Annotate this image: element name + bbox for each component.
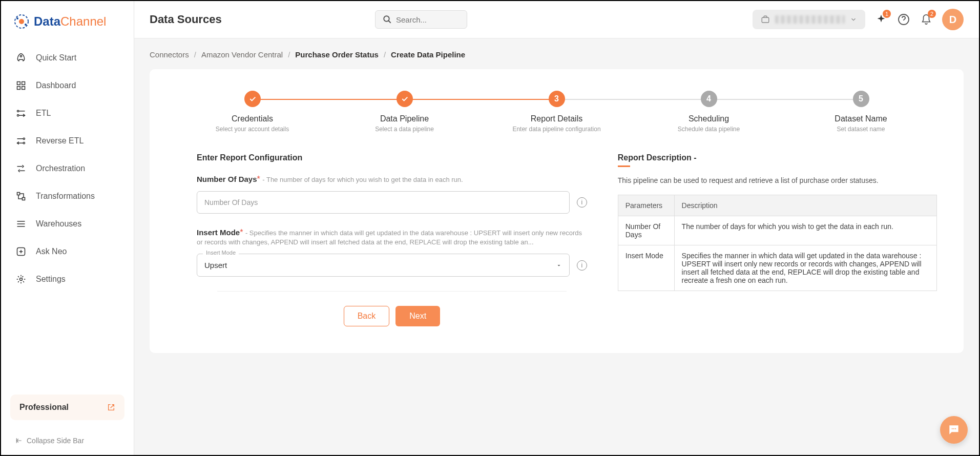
number-of-days-input[interactable] xyxy=(197,191,570,214)
collapse-label: Collapse Side Bar xyxy=(27,437,84,445)
logo-icon xyxy=(13,13,30,30)
svg-point-10 xyxy=(17,115,19,116)
step-circle: 4 xyxy=(701,91,717,107)
desc-title: Report Description - xyxy=(618,153,937,162)
help-icon xyxy=(898,13,910,26)
desc-underline xyxy=(618,165,630,167)
breadcrumb-item[interactable]: Purchase Order Status xyxy=(295,50,379,59)
svg-point-9 xyxy=(17,110,19,112)
badge: 1 xyxy=(883,10,891,18)
avatar[interactable]: D xyxy=(942,9,964,30)
etl-icon xyxy=(15,108,27,119)
breadcrumb-item[interactable]: Amazon Vendor Central xyxy=(201,50,283,59)
field-insert-mode: Insert Mode* - Specifies the manner in w… xyxy=(197,228,587,277)
sidebar-item-ask-neo[interactable]: Ask Neo xyxy=(1,238,134,265)
external-link-icon xyxy=(107,403,115,411)
select-value: Upsert xyxy=(204,261,227,270)
breadcrumb-sep: / xyxy=(384,50,386,59)
desc-text: This pipeline can be used to request and… xyxy=(618,176,937,184)
table-row: Number Of Days The number of days for wh… xyxy=(618,216,936,245)
reverse-etl-icon xyxy=(15,135,27,147)
sidebar-item-label: Orchestration xyxy=(36,164,85,173)
svg-point-1 xyxy=(19,19,24,24)
table-row: Insert Mode Specifies the manner in whic… xyxy=(618,245,936,291)
gear-icon xyxy=(15,274,27,285)
chat-fab[interactable] xyxy=(940,416,968,444)
briefcase-icon xyxy=(761,15,770,24)
rocket-icon xyxy=(15,52,27,64)
svg-point-20 xyxy=(952,428,953,429)
field-label: Insert Mode xyxy=(197,228,240,237)
table-header: Parameters xyxy=(618,195,674,216)
svg-rect-6 xyxy=(22,82,25,85)
sidebar-item-label: ETL xyxy=(36,109,51,118)
transformations-icon xyxy=(15,191,27,202)
sidebar-item-label: Settings xyxy=(36,275,66,284)
breadcrumb-item-current: Create Data Pipeline xyxy=(391,50,465,59)
sidebar-item-reverse-etl[interactable]: Reverse ETL xyxy=(1,127,134,155)
info-icon[interactable]: i xyxy=(577,197,587,208)
step-sub: Select your account details xyxy=(216,126,289,133)
section-title: Enter Report Configuration xyxy=(197,153,587,162)
sidebar-item-transformations[interactable]: Transformations xyxy=(1,182,134,210)
logo: DataChannel xyxy=(1,13,134,44)
sidebar-item-warehouses[interactable]: Warehouses xyxy=(1,210,134,238)
divider xyxy=(217,291,567,292)
step-circle xyxy=(244,91,261,107)
notifications-button[interactable]: 2 xyxy=(920,13,933,26)
step-report-details: 3 Report Details Enter data pipeline con… xyxy=(481,91,633,133)
svg-point-22 xyxy=(955,428,956,429)
help-button[interactable] xyxy=(897,13,910,26)
step-sub: Schedule data pipeline xyxy=(678,126,740,133)
chevron-down-icon xyxy=(850,16,857,23)
step-title: Credentials xyxy=(232,114,273,123)
field-help: - The number of days for which you wish … xyxy=(262,176,463,183)
ask-neo-icon xyxy=(15,246,27,257)
chevron-down-icon xyxy=(556,262,562,268)
sidebar-item-settings[interactable]: Settings xyxy=(1,265,134,293)
sidebar-item-etl[interactable]: ETL xyxy=(1,99,134,127)
sidebar-item-label: Quick Start xyxy=(36,53,76,63)
plan-box[interactable]: Professional xyxy=(10,395,124,420)
step-scheduling: 4 Scheduling Schedule data pipeline xyxy=(633,91,785,133)
sidebar-item-quick-start[interactable]: Quick Start xyxy=(1,44,134,72)
step-credentials: Credentials Select your account details xyxy=(176,91,328,133)
step-circle: 3 xyxy=(549,91,565,107)
svg-rect-14 xyxy=(23,198,25,200)
logo-word-data: Data xyxy=(34,14,60,28)
workspace-name-blurred xyxy=(775,15,845,24)
search-box[interactable] xyxy=(375,10,467,29)
plan-label: Professional xyxy=(19,403,69,412)
collapse-sidebar[interactable]: Collapse Side Bar xyxy=(1,428,134,455)
sidebar-item-label: Reverse ETL xyxy=(36,136,84,146)
sidebar-item-label: Warehouses xyxy=(36,219,81,229)
svg-rect-7 xyxy=(17,87,20,90)
required-mark: * xyxy=(257,175,260,183)
table-cell: Number Of Days xyxy=(618,216,674,245)
warehouse-icon xyxy=(15,218,27,230)
sidebar-item-orchestration[interactable]: Orchestration xyxy=(1,155,134,182)
step-dataset-name: 5 Dataset Name Set dataset name xyxy=(785,91,937,133)
field-number-of-days: Number Of Days* - The number of days for… xyxy=(197,175,587,214)
logo-word-channel: Channel xyxy=(60,14,106,28)
sidebar-item-dashboard[interactable]: Dashboard xyxy=(1,72,134,99)
svg-point-12 xyxy=(23,142,25,144)
svg-point-11 xyxy=(23,138,25,139)
back-button[interactable]: Back xyxy=(344,306,390,326)
breadcrumb-item[interactable]: Connectors xyxy=(150,50,189,59)
insert-mode-select[interactable]: Upsert xyxy=(197,254,570,277)
workspace-selector[interactable] xyxy=(753,10,865,29)
step-sub: Select a data pipeline xyxy=(375,126,434,133)
table-cell: The number of days for which you wish to… xyxy=(674,216,936,245)
svg-rect-13 xyxy=(17,193,20,195)
next-button[interactable]: Next xyxy=(395,306,440,326)
svg-point-21 xyxy=(953,428,954,429)
sidebar-item-label: Ask Neo xyxy=(36,247,67,256)
info-icon[interactable]: i xyxy=(577,260,587,271)
collapse-icon xyxy=(15,437,23,444)
sidebar-item-label: Transformations xyxy=(36,192,95,201)
content: Connectors / Amazon Vendor Central / Pur… xyxy=(134,38,979,455)
sparkle-button[interactable]: 1 xyxy=(874,13,888,26)
description-column: Report Description - This pipeline can b… xyxy=(618,153,937,326)
search-input[interactable] xyxy=(396,15,460,24)
